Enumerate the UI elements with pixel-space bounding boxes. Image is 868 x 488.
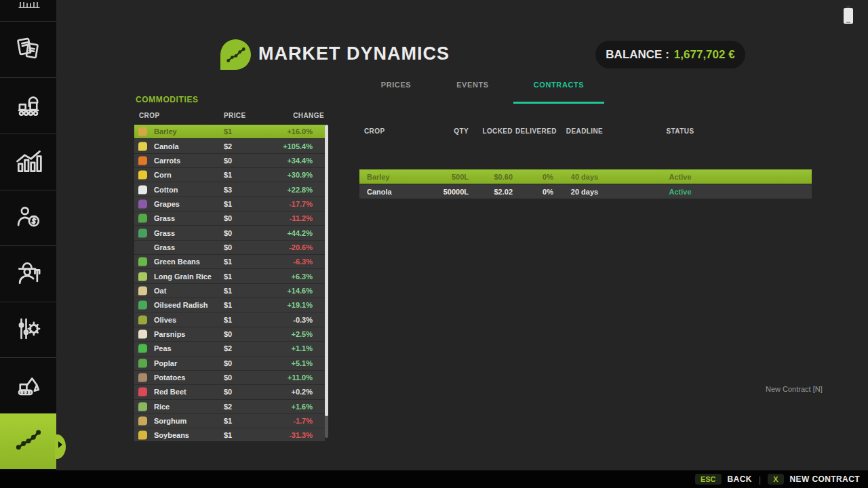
contract-qty: 50000L (425, 188, 469, 196)
commodity-row-soybeans[interactable]: Soybeans$1-31.3% (134, 428, 325, 441)
commodity-name: Long Grain Rice (154, 272, 212, 281)
commodities-scrollbar-thumb[interactable] (325, 125, 328, 416)
sorghum-icon (138, 417, 147, 426)
back-label: BACK (728, 474, 752, 484)
commodity-row-red-beet[interactable]: Red Beet$0+0.2% (134, 385, 325, 399)
commodity-row-oat[interactable]: Oat$1+14.6% (134, 284, 325, 298)
commodity-change: -0.3% (293, 316, 313, 324)
commodity-row-cotton[interactable]: Cotton$3+22.8% (134, 182, 325, 197)
commodities-scrollbar[interactable] (325, 125, 328, 438)
commodity-row-potatoes[interactable]: Potatoes$0+11.0% (134, 371, 325, 385)
sidebar-item-top-partial[interactable] (0, 0, 56, 21)
commodity-row-grapes[interactable]: Grapes$1-17.7% (134, 197, 325, 211)
contract-crop: Canola (367, 188, 392, 196)
commodity-price: $1 (224, 171, 232, 179)
commodity-change: +6.3% (292, 272, 313, 281)
contract-row-canola[interactable]: Canola50000L$2.020%20 daysActive (359, 184, 812, 199)
commodity-name: Carrots (154, 157, 180, 165)
commodity-row-poplar[interactable]: Poplar$0+5.1% (134, 357, 325, 371)
commodity-change: +1.6% (292, 403, 313, 411)
commodity-name: Olives (154, 316, 176, 324)
commodity-row-parsnips[interactable]: Parsnips$0+2.5% (134, 327, 325, 342)
commodity-row-long-grain-rice[interactable]: Long Grain Rice$1+6.3% (134, 269, 325, 283)
commodity-price: $1 (224, 417, 232, 425)
commodity-row-barley[interactable]: Barley$1+16.0% (134, 125, 325, 139)
commodity-name: Grass (154, 214, 175, 222)
commodity-name: Grapes (154, 200, 180, 208)
commodity-row-rice[interactable]: Rice$2+1.6% (134, 400, 325, 414)
commodity-change: -1.7% (293, 417, 313, 425)
poplar-icon (138, 359, 147, 367)
commodity-name: Soybeans (154, 431, 189, 439)
commodity-price: $0 (224, 157, 232, 165)
tab-prices[interactable]: PRICES (381, 81, 412, 89)
sidebar-item-settings[interactable] (0, 302, 56, 358)
back-button[interactable]: ESC BACK (695, 474, 752, 485)
contracts-col-locked: LOCKED (479, 127, 513, 135)
commodities-col-crop: CROP (139, 112, 160, 119)
tab-contracts[interactable]: CONTRACTS (534, 81, 584, 89)
sidebar-item-production[interactable] (0, 77, 56, 134)
sidebar-item-documents[interactable] (0, 21, 56, 78)
new-contract-label: NEW CONTRACT (790, 474, 860, 484)
footer-bar: ESC BACK | X NEW CONTRACT (0, 470, 868, 488)
commodity-change: +105.4% (283, 142, 313, 150)
commodity-name: Rice (154, 403, 170, 411)
sidebar-item-statistics[interactable] (0, 134, 56, 190)
commodity-row-grass[interactable]: Grass$0-20.6% (134, 241, 325, 255)
commodity-price: $0 (224, 330, 232, 338)
commodity-price: $2 (224, 142, 232, 150)
commodity-row-sorghum[interactable]: Sorghum$1-1.7% (134, 414, 325, 428)
commodity-price: $1 (224, 301, 232, 309)
commodity-row-grass[interactable]: Grass$0-11.2% (134, 211, 325, 226)
commodity-change: -31.3% (289, 431, 313, 439)
commodity-name: Corn (154, 171, 172, 179)
settings-icon (14, 314, 43, 346)
commodity-price: $1 (224, 431, 232, 439)
commodity-row-canola[interactable]: Canola$2+105.4% (134, 139, 325, 153)
commodities-col-change: CHANGE (293, 112, 324, 119)
commodity-row-olives[interactable]: Olives$1-0.3% (134, 312, 325, 327)
farmer-icon (14, 258, 43, 291)
commodity-row-peas[interactable]: Peas$2+1.1% (134, 342, 325, 356)
commodity-row-corn[interactable]: Corn$1+30.9% (134, 168, 325, 182)
commodity-change: +5.1% (292, 359, 313, 367)
commodity-row-carrots[interactable]: Carrots$0+34.4% (134, 154, 325, 168)
cotton-icon (138, 185, 147, 194)
commodity-change: +1.1% (292, 344, 313, 352)
commodity-price: $1 (224, 316, 232, 324)
footer-separator: | (759, 474, 761, 485)
potatoes-icon (138, 373, 147, 382)
commodity-row-grass[interactable]: Grass$0+44.2% (134, 226, 325, 240)
commodity-name: Green Beans (154, 258, 200, 266)
commodity-change: -6.3% (293, 258, 313, 266)
commodity-change: +19.1% (287, 301, 313, 309)
commodities-col-price: PRICE (224, 112, 246, 119)
new-contract-button[interactable]: X NEW CONTRACT (768, 474, 860, 485)
rice-icon (138, 402, 147, 411)
commodity-price: $1 (224, 200, 232, 208)
esc-key-badge: ESC (695, 474, 722, 485)
active-tab-arrow-icon (58, 441, 62, 448)
commodity-name: Canola (154, 142, 179, 150)
finances-icon (14, 203, 43, 234)
production-icon (14, 91, 43, 122)
sidebar-item-market-dynamics[interactable] (0, 413, 56, 469)
contract-qty: 500L (425, 173, 469, 181)
sidebar-item-finances[interactable] (0, 190, 56, 246)
tab-events[interactable]: EVENTS (456, 81, 489, 89)
market-dynamics-icon (12, 425, 45, 458)
sidebar-item-construction[interactable] (0, 357, 56, 414)
commodity-price: $1 (224, 272, 232, 281)
contracts-col-delivered: DELIVERED (515, 127, 553, 135)
commodity-row-oilseed-radish[interactable]: Oilseed Radish$1+19.1% (134, 298, 325, 312)
long-grain-rice-icon (138, 272, 147, 281)
barley-icon (138, 127, 147, 136)
contracts-col-status: STATUS (653, 127, 707, 135)
sidebar-item-farmer[interactable] (0, 245, 56, 302)
commodity-row-green-beans[interactable]: Green Beans$1-6.3% (134, 255, 325, 269)
contract-row-barley[interactable]: Barley500L$0.600%40 daysActive (359, 169, 812, 184)
contracts-body: Barley500L$0.600%40 daysActiveCanola5000… (359, 169, 812, 199)
commodity-name: Red Beet (154, 388, 186, 396)
balance-value: 1,677,702 € (674, 48, 735, 62)
